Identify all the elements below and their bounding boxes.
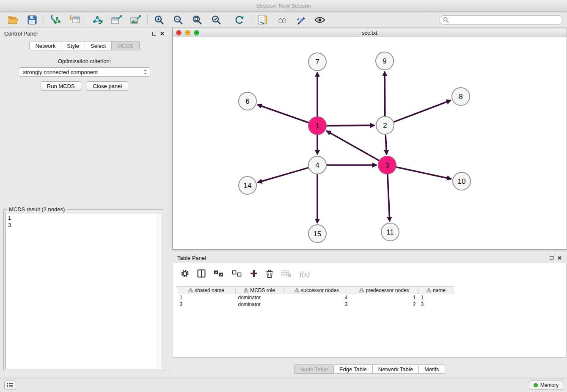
delete-table-icon: [281, 270, 292, 277]
open-session-button[interactable]: [4, 14, 22, 26]
toolbar-separator: [251, 14, 251, 25]
delete-column-button[interactable]: [266, 269, 273, 280]
select-all-button[interactable]: [214, 270, 224, 279]
edge-2-9[interactable]: [385, 72, 385, 116]
table-cell[interactable]: 2: [350, 301, 418, 308]
edge-3-11[interactable]: [388, 174, 390, 221]
mcds-result-line: 3: [8, 221, 159, 229]
control-panel-header: Control Panel ✕: [0, 28, 169, 39]
import-table-icon: [69, 15, 80, 25]
network-canvas[interactable]: 7968124314101511: [173, 37, 567, 249]
result-scrollbar[interactable]: [157, 213, 161, 369]
first-neighbors-button[interactable]: [254, 14, 272, 26]
table-tabs: Node TableEdge TableNetwork TableMotifs: [172, 364, 567, 374]
table-cell[interactable]: dominator: [236, 301, 284, 308]
column-header-predecessor-nodes[interactable]: predecessor nodes: [350, 287, 418, 294]
tab-mcds[interactable]: MCDS: [112, 41, 139, 50]
close-panel-icon[interactable]: ✕: [160, 31, 165, 36]
search-icon: [443, 17, 449, 23]
table-settings-button[interactable]: [181, 269, 189, 279]
minimize-window-button[interactable]: −: [185, 30, 190, 36]
table-tab-network-table[interactable]: Network Table: [373, 364, 419, 374]
column-header-successor-nodes[interactable]: successor nodes: [284, 287, 350, 294]
zoom-out-button[interactable]: [169, 14, 187, 26]
edge-1-6[interactable]: [258, 105, 309, 122]
table-cell[interactable]: 3: [177, 301, 236, 308]
style-brush-button[interactable]: [292, 14, 310, 26]
home-button[interactable]: ⌂⌂: [273, 14, 291, 26]
node-label-10: 10: [458, 177, 466, 185]
edge-3-1[interactable]: [327, 131, 379, 160]
zoom-fit-icon: [192, 15, 202, 25]
table-row[interactable]: 3dominator323: [177, 301, 563, 308]
tab-select[interactable]: Select: [85, 41, 112, 50]
table-cell[interactable]: 3: [418, 301, 454, 308]
column-header-shared-name[interactable]: shared name: [177, 287, 236, 294]
column-header-name[interactable]: name: [418, 287, 454, 294]
zoom-fit-button[interactable]: [188, 14, 206, 26]
table-cell[interactable]: 3: [284, 301, 350, 308]
mcds-result-area[interactable]: 13: [6, 213, 161, 369]
refresh-icon: [234, 15, 245, 25]
function-builder-button[interactable]: f(x): [300, 270, 310, 279]
sort-icon: [359, 288, 364, 293]
network-window-titlebar[interactable]: ✕ − + scc.txt: [173, 28, 567, 37]
first-neighbors-icon: [258, 14, 268, 25]
column-selector-button[interactable]: [197, 269, 206, 279]
tab-style[interactable]: Style: [61, 41, 85, 50]
delete-table-button[interactable]: [281, 270, 292, 279]
close-panel-button[interactable]: Close panel: [87, 81, 129, 91]
column-header-label: shared name: [195, 287, 224, 293]
memory-button[interactable]: Memory: [529, 381, 563, 390]
task-history-button[interactable]: [4, 381, 16, 390]
export-network-button[interactable]: [89, 14, 107, 26]
main-toolbar: ⌂⌂: [0, 12, 567, 28]
run-mcds-button[interactable]: Run MCDS: [41, 81, 81, 91]
table-row[interactable]: 1dominator411: [177, 294, 563, 301]
save-session-button[interactable]: [23, 14, 41, 26]
edge-4-14[interactable]: [258, 168, 308, 182]
mcds-buttons-row: Run MCDS Close panel: [0, 81, 169, 91]
import-table-button[interactable]: [66, 14, 83, 26]
export-table-icon: [111, 15, 122, 25]
close-window-button[interactable]: ✕: [176, 30, 182, 36]
table-cell[interactable]: dominator: [236, 294, 284, 301]
title-bar: Session: New Session: [0, 0, 567, 12]
search-box[interactable]: [439, 15, 563, 25]
table-tab-motifs[interactable]: Motifs: [419, 364, 445, 374]
add-column-button[interactable]: [250, 270, 258, 279]
refresh-button[interactable]: [231, 14, 248, 26]
edge-2-8[interactable]: [394, 100, 451, 122]
show-hide-button[interactable]: [311, 14, 329, 26]
zoom-selected-icon: [211, 15, 221, 25]
network-view-window: ✕ − + scc.txt 7968124314101511: [172, 28, 567, 250]
table-tab-edge-table[interactable]: Edge Table: [334, 364, 373, 374]
table-cell[interactable]: 1: [350, 294, 418, 301]
eye-icon: [314, 16, 325, 24]
criterion-select[interactable]: strongly connected component: [19, 67, 150, 77]
export-network-icon: [92, 15, 103, 25]
zoom-in-button[interactable]: [150, 14, 168, 26]
table-cell[interactable]: 1: [177, 294, 236, 301]
deselect-all-button[interactable]: [232, 270, 242, 279]
tab-network[interactable]: Network: [29, 41, 61, 50]
float-table-panel-icon[interactable]: [550, 256, 553, 260]
float-panel-icon[interactable]: [152, 32, 156, 36]
edge-3-10[interactable]: [396, 167, 451, 179]
import-network-button[interactable]: [47, 14, 64, 26]
table-cell[interactable]: 4: [284, 294, 350, 301]
export-table-button[interactable]: [108, 14, 126, 26]
column-header-MCDS-role[interactable]: MCDS role: [236, 287, 284, 294]
edge-1-2[interactable]: [327, 125, 374, 126]
close-table-panel-icon[interactable]: ✕: [557, 255, 562, 261]
control-panel: Control Panel ✕ NetworkStyleSelectMCDS O…: [0, 28, 169, 374]
import-network-icon: [50, 15, 61, 25]
table-cell[interactable]: 1: [418, 294, 454, 301]
table-tab-node-table[interactable]: Node Table: [294, 364, 334, 374]
edge-2-3[interactable]: [385, 135, 387, 155]
export-image-button[interactable]: [127, 14, 145, 26]
search-input[interactable]: [451, 17, 559, 23]
window-title: Session: New Session: [256, 3, 311, 9]
zoom-selected-button[interactable]: [207, 14, 225, 26]
zoom-window-button[interactable]: +: [194, 30, 199, 36]
